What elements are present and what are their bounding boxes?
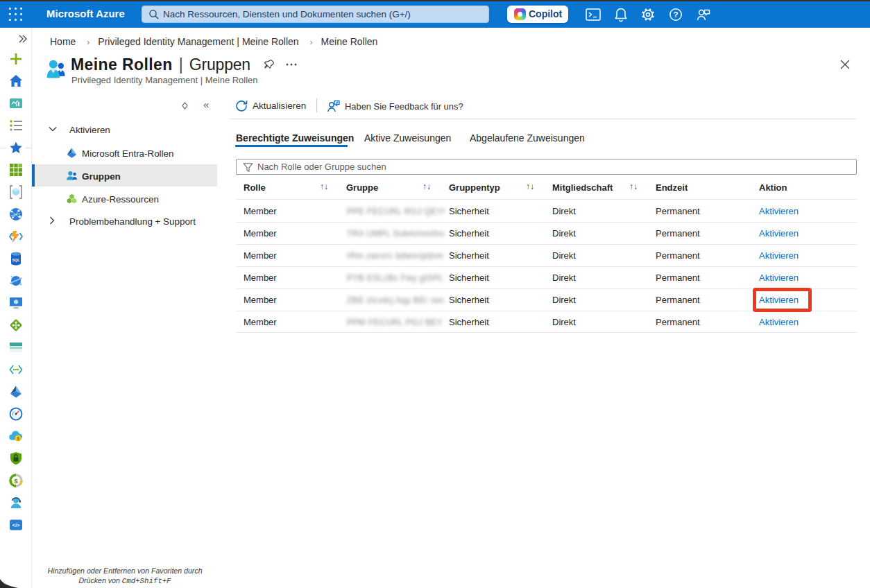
svg-text:$: $	[17, 436, 19, 442]
svg-text:</>: </>	[12, 522, 20, 528]
svg-text:?: ?	[673, 10, 678, 19]
svg-text:SQL: SQL	[12, 258, 20, 262]
svg-text:$: $	[14, 477, 18, 485]
